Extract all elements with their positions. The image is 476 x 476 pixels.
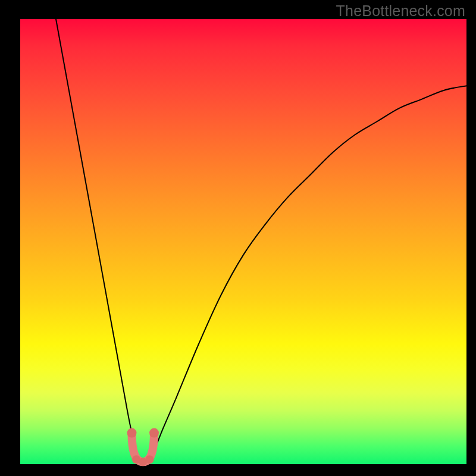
watermark-text: TheBottleneck.com — [336, 2, 465, 20]
optimal-marker-dot-b3 — [146, 455, 154, 464]
optimal-marker-dot-right — [149, 428, 159, 438]
plot-area — [20, 19, 466, 464]
optimal-marker-dot-left — [127, 428, 137, 438]
bottleneck-curve — [56, 19, 466, 462]
chart-frame: TheBottleneck.com — [0, 0, 476, 476]
curve-layer — [20, 19, 466, 464]
